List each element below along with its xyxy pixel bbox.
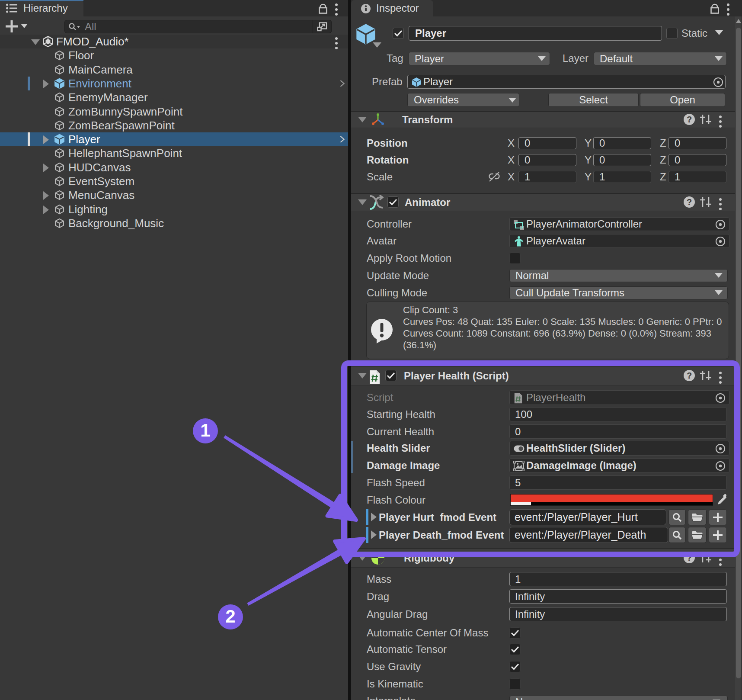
svg-text:1: 1 — [200, 420, 210, 440]
svg-text:2: 2 — [225, 606, 235, 626]
